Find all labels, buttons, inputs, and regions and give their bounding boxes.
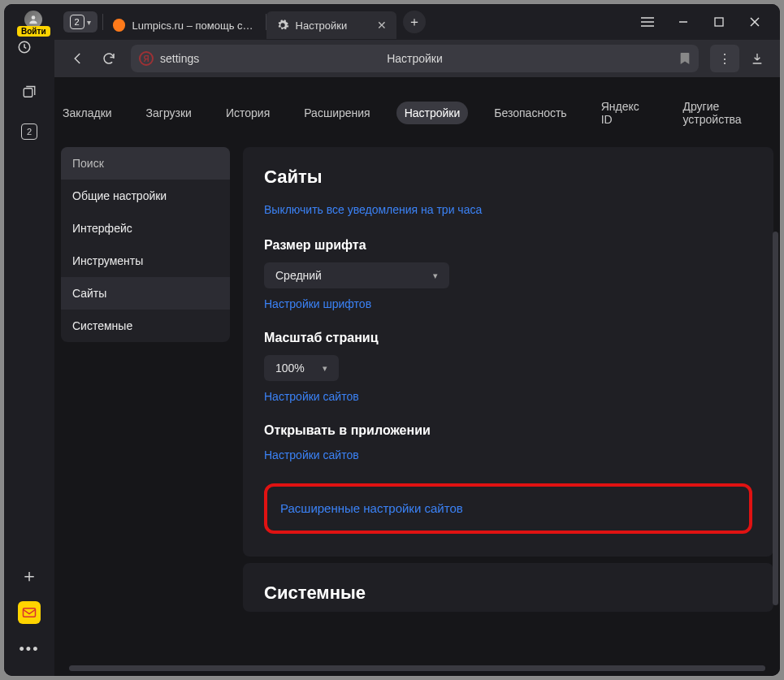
yandex-logo-icon: Я	[139, 51, 154, 66]
system-heading: Системные	[264, 583, 752, 604]
tabs: Lumpics.ru – помощь с ко Настройки ✕ ＋	[102, 4, 630, 40]
add-shortcut-button[interactable]: ＋	[17, 564, 41, 588]
system-panel: Системные	[243, 563, 773, 612]
close-window-button[interactable]	[738, 9, 772, 35]
side-rail: 2 ＋ •••	[4, 77, 54, 676]
nav-extensions[interactable]: Расширения	[296, 102, 378, 124]
menu-interface[interactable]: Интерфейс	[61, 212, 230, 245]
advanced-site-settings-link[interactable]: Расширенные настройки сайтов	[280, 501, 463, 515]
more-icon[interactable]: •••	[17, 637, 41, 661]
font-size-value: Средний	[275, 269, 322, 282]
tab-counter-dropdown[interactable]: 2 ▾	[63, 11, 97, 32]
open-in-app-heading: Открывать в приложении	[264, 423, 752, 438]
scrollbar[interactable]	[773, 232, 778, 605]
new-tab-button[interactable]: ＋	[403, 11, 426, 33]
sites-panel: Сайты Выключить все уведомления на три ч…	[243, 147, 773, 557]
window-controls	[630, 9, 777, 35]
bookmark-icon[interactable]	[679, 52, 691, 65]
open-in-app-settings-link[interactable]: Настройки сайтов	[264, 448, 359, 461]
nav-yandex-id[interactable]: Яндекс ID	[593, 95, 657, 131]
menu-general[interactable]: Общие настройки	[61, 180, 230, 212]
page-menu-button[interactable]: ⋮	[710, 45, 739, 72]
nav-other-devices[interactable]: Другие устройства	[675, 95, 781, 131]
login-badge[interactable]: Войти	[17, 26, 50, 37]
siderail-top	[4, 40, 54, 77]
svg-point-0	[32, 15, 36, 19]
page-body: 2 ＋ ••• Закладки Загрузки История Расшир…	[4, 77, 780, 676]
settings-side-menu: Поиск Общие настройки Интерфейс Инструме…	[61, 147, 230, 342]
close-tab-icon[interactable]: ✕	[377, 19, 387, 32]
history-icon[interactable]	[17, 40, 41, 76]
nav-settings[interactable]: Настройки	[396, 102, 469, 124]
tab-label: Lumpics.ru – помощь с ко	[132, 19, 255, 32]
nav-security[interactable]: Безопасность	[486, 102, 574, 124]
nav-downloads[interactable]: Загрузки	[138, 102, 200, 124]
nav-bookmarks[interactable]: Закладки	[54, 102, 120, 124]
url-center-label: Настройки	[387, 52, 443, 65]
font-settings-link[interactable]: Настройки шрифтов	[264, 297, 371, 310]
tab-label: Настройки	[296, 19, 348, 32]
menu-sites[interactable]: Сайты	[61, 277, 230, 310]
tab-lumpics[interactable]: Lumpics.ru – помощь с ко	[103, 11, 266, 39]
tab-settings[interactable]: Настройки ✕	[266, 11, 396, 39]
zoom-select[interactable]: 100% ▾	[264, 355, 339, 381]
font-size-heading: Размер шрифта	[264, 238, 752, 253]
svg-rect-9	[24, 89, 32, 97]
downloads-button[interactable]	[743, 45, 772, 72]
collections-icon[interactable]	[17, 80, 41, 105]
url-text-left: settings	[160, 52, 199, 65]
svg-rect-10	[24, 609, 36, 617]
zoom-value: 100%	[275, 362, 305, 375]
svg-rect-5	[715, 18, 723, 26]
address-bar[interactable]: Я settings Настройки	[131, 45, 699, 72]
maximize-button[interactable]	[702, 9, 736, 35]
settings-nav: Закладки Загрузки История Расширения Нас…	[54, 77, 780, 147]
chevron-down-icon: ▾	[433, 271, 438, 281]
menu-system[interactable]: Системные	[61, 310, 230, 342]
menu-burger-icon[interactable]	[630, 9, 665, 35]
address-row: Я settings Настройки ⋮	[4, 40, 780, 77]
chevron-down-icon: ▾	[323, 363, 327, 374]
minimize-button[interactable]	[666, 9, 700, 35]
tab-count-box[interactable]: 2	[17, 119, 41, 144]
chevron-down-icon: ▾	[87, 18, 91, 27]
reload-button[interactable]	[93, 44, 124, 73]
mute-notifications-link[interactable]: Выключить все уведомления на три часа	[264, 203, 482, 216]
nav-history[interactable]: История	[218, 102, 278, 124]
menu-tools[interactable]: Инструменты	[61, 245, 230, 277]
mail-icon[interactable]	[18, 601, 41, 624]
settings-search-input[interactable]: Поиск	[61, 147, 230, 180]
titlebar: Войти 2 ▾ Lumpics.ru – помощь с ко Настр…	[4, 4, 780, 40]
advanced-site-settings-highlight: Расширенные настройки сайтов	[264, 483, 752, 534]
tab-count-number: 2	[70, 15, 84, 29]
font-size-select[interactable]: Средний ▾	[264, 262, 449, 288]
gear-icon	[276, 19, 289, 32]
zoom-heading: Масштаб страниц	[264, 331, 752, 345]
settings-page: Закладки Загрузки История Расширения Нас…	[54, 77, 780, 676]
zoom-settings-link[interactable]: Настройки сайтов	[264, 390, 359, 403]
browser-window: Войти 2 ▾ Lumpics.ru – помощь с ко Настр…	[4, 4, 780, 676]
back-button[interactable]	[63, 44, 93, 73]
horizontal-scrollbar[interactable]	[69, 665, 765, 671]
sites-heading: Сайты	[264, 167, 752, 188]
toolbar: Я settings Настройки ⋮	[54, 40, 780, 77]
favicon-orange	[113, 19, 126, 32]
account-block[interactable]: Войти	[17, 11, 50, 37]
